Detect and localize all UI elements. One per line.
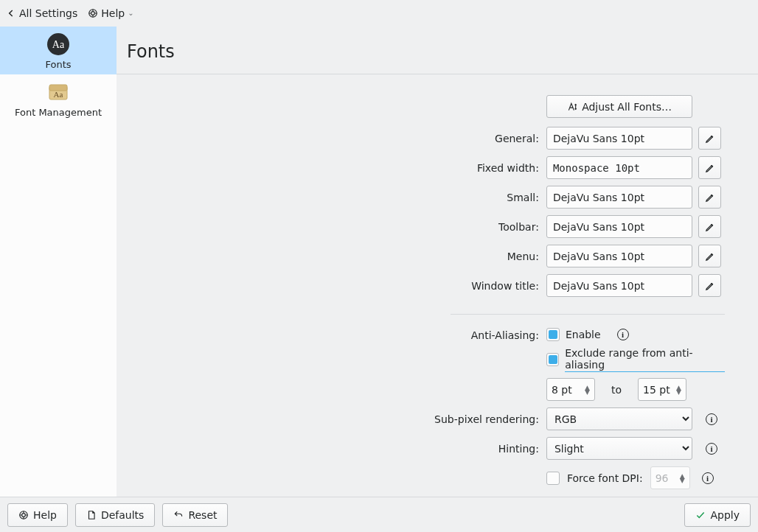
menu-label: Menu: [150,251,546,262]
help-menu[interactable]: Help ⌄ [88,7,133,19]
pencil-icon [705,163,715,173]
adjust-all-fonts-button[interactable]: Adjust All Fonts… [546,95,692,118]
footer: Help Defaults Reset Apply [0,497,758,532]
toolbar-font-choose-button[interactable] [698,215,721,238]
aa-to-spin[interactable]: 15 pt ▲▼ [638,378,686,401]
spin-arrows-icon[interactable]: ▲▼ [585,385,590,394]
chevron-left-icon [6,8,16,18]
fixed-label: Fixed width: [150,162,546,174]
sidebar: Aa Fonts Aa Font Management [0,27,117,497]
force-dpi-label: Force font DPI: [567,472,643,484]
all-settings-label: All Settings [19,7,77,19]
font-management-icon: Aa [46,80,70,104]
hinting-label: Hinting: [150,443,546,455]
info-icon[interactable]: i [706,443,717,455]
svg-text:Aa: Aa [52,39,65,50]
aa-enable-label: Enable [566,329,601,340]
document-icon [86,510,97,520]
sidebar-item-label: Fonts [45,59,71,70]
undo-icon [173,510,184,520]
check-icon [695,510,706,520]
force-dpi-spin: 96 ▲▼ [650,466,690,489]
aa-exclude-label[interactable]: Exclude range from anti-aliasing [565,347,725,372]
spin-arrows-icon[interactable]: ▲▼ [676,385,681,394]
spin-arrows-icon: ▲▼ [680,474,685,483]
footer-apply-button[interactable]: Apply [684,503,751,527]
pencil-icon [705,222,715,232]
windowtitle-label: Window title: [150,280,546,292]
pencil-icon [705,192,715,203]
toolbar-label: Toolbar: [150,221,546,233]
svg-point-1 [91,11,95,15]
menu-font-field[interactable]: DejaVu Sans 10pt [546,245,692,267]
chevron-down-icon: ⌄ [128,9,133,17]
aa-to-label: to [611,384,622,396]
small-font-field[interactable]: DejaVu Sans 10pt [546,186,692,209]
font-adjust-icon [567,102,577,112]
general-font-choose-button[interactable] [698,127,721,150]
footer-help-label: Help [33,509,57,521]
toolbar-font-field[interactable]: DejaVu Sans 10pt [546,215,692,238]
footer-defaults-button[interactable]: Defaults [75,503,155,527]
menu-font-choose-button[interactable] [698,245,721,267]
help-menu-label: Help [101,7,125,19]
sidebar-item-label: Font Management [15,107,102,118]
footer-defaults-label: Defaults [101,509,144,521]
top-toolbar: All Settings Help ⌄ [0,0,758,27]
pencil-icon [705,281,715,291]
hinting-select[interactable]: Slight [546,437,692,460]
all-settings-back[interactable]: All Settings [6,7,77,19]
windowtitle-font-field[interactable]: DejaVu Sans 10pt [546,274,692,297]
small-font-choose-button[interactable] [698,186,721,209]
page-title: Fonts [117,27,758,74]
svg-text:Aa: Aa [54,90,63,99]
fonts-icon: Aa [46,32,70,56]
aa-enable-checkbox[interactable] [546,328,560,341]
fixed-font-choose-button[interactable] [698,156,721,179]
info-icon[interactable]: i [706,413,717,425]
pencil-icon [705,133,715,144]
help-ring-icon [88,8,98,18]
sidebar-item-font-management[interactable]: Aa Font Management [0,74,117,122]
footer-reset-label: Reset [188,509,217,521]
sidebar-item-fonts[interactable]: Aa Fonts [0,27,117,74]
aa-from-spin[interactable]: 8 pt ▲▼ [546,378,595,401]
small-label: Small: [150,192,546,203]
aa-label: Anti-Aliasing: [150,328,546,341]
force-dpi-checkbox[interactable] [546,472,560,485]
footer-help-button[interactable]: Help [7,503,68,527]
svg-point-8 [22,513,26,517]
info-icon[interactable]: i [702,472,714,484]
general-label: General: [150,133,546,144]
general-font-field[interactable]: DejaVu Sans 10pt [546,127,692,150]
help-ring-icon [18,510,29,520]
info-icon[interactable]: i [617,329,629,340]
aa-exclude-checkbox[interactable] [546,353,559,366]
windowtitle-font-choose-button[interactable] [698,274,721,297]
adjust-all-fonts-label: Adjust All Fonts… [582,101,672,113]
subpixel-select[interactable]: RGB [546,407,692,430]
subpixel-label: Sub-pixel rendering: [150,413,546,425]
fixed-font-field[interactable]: Monospace 10pt [546,156,692,179]
footer-apply-label: Apply [710,509,740,521]
pencil-icon [705,251,715,262]
footer-reset-button[interactable]: Reset [162,503,228,527]
